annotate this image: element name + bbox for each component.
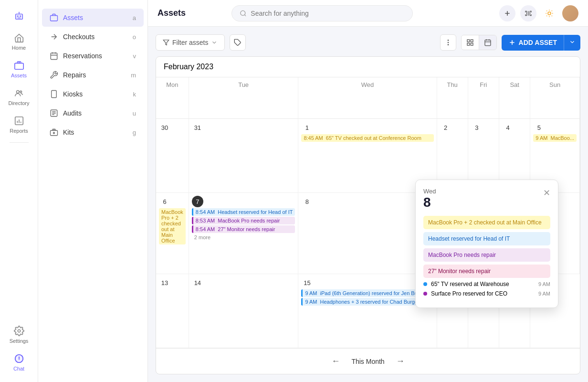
- robot-icon: [14, 11, 24, 21]
- popup-event-headset[interactable]: Headset reserved for Head of IT: [423, 232, 550, 245]
- day-num: 15: [301, 277, 313, 288]
- popup-dot-event-surface[interactable]: Surface Pro reserved for CEO 9 AM: [423, 290, 550, 297]
- calendar-view-button[interactable]: [479, 35, 496, 50]
- svg-point-23: [448, 42, 448, 42]
- calendar-header: February 2023: [156, 57, 580, 77]
- checkouts-icon: [50, 32, 58, 41]
- day-header-tue: Tue: [189, 77, 299, 119]
- more-events[interactable]: 2 more: [192, 234, 295, 241]
- nav-item-repairs[interactable]: Repairs m: [42, 66, 144, 84]
- more-icon: [444, 39, 452, 46]
- nav-item-kits[interactable]: Kits g: [42, 123, 144, 141]
- svg-point-2: [17, 16, 18, 17]
- popup-day-num: 8: [423, 195, 436, 210]
- add-asset-label: ADD ASSET: [519, 39, 557, 46]
- popup-event-text: 27" Monitor needs repair: [428, 268, 491, 275]
- add-asset-button[interactable]: ADD ASSET: [502, 35, 580, 51]
- nav-item-checkouts[interactable]: Checkouts o: [42, 28, 144, 46]
- cal-event-headset[interactable]: 8:54 AM Headset reserved for Head of IT: [192, 208, 295, 216]
- day-num: 4: [502, 122, 514, 133]
- day-num-today: 7: [192, 196, 203, 207]
- repairs-icon: [50, 71, 58, 79]
- cal-day-31[interactable]: 31: [189, 119, 299, 193]
- main-content: Assets: [148, 0, 588, 382]
- sidebar-item-settings[interactable]: Settings: [0, 321, 38, 349]
- next-month-button[interactable]: →: [392, 354, 409, 368]
- calendar-toolbar: Filter assets: [156, 34, 580, 51]
- grid-view-button[interactable]: [462, 35, 479, 50]
- cal-event-ipad[interactable]: 9 AM iPad (6th Generation) reserved for …: [301, 289, 433, 297]
- cal-event[interactable]: 8:45 AM 65" TV checked out at Conference…: [301, 134, 433, 142]
- nav-audits-label: Audits: [63, 109, 82, 117]
- cal-event-macbook-repair[interactable]: 8:53 AM MacBook Pro needs repair: [192, 217, 295, 224]
- cal-day-30[interactable]: 30: [156, 119, 189, 193]
- theme-button[interactable]: [541, 5, 557, 21]
- plus-icon: [504, 10, 511, 17]
- day-num: 5: [533, 122, 545, 133]
- popup-event-text: MacBook Pro + 2 checked out at Main Offi…: [428, 219, 542, 226]
- nav-item-assets[interactable]: Assets a: [42, 9, 144, 27]
- kits-icon: [50, 128, 58, 137]
- nav-assets-key: a: [133, 14, 136, 21]
- svg-point-9: [18, 329, 21, 332]
- cal-event-monitor-repair[interactable]: 8:54 AM 27" Monitor needs repair: [192, 225, 295, 233]
- add-asset-dropdown[interactable]: [564, 35, 580, 51]
- search-input[interactable]: [251, 10, 405, 17]
- cal-day-6[interactable]: 6 MacBook Pro + 2 checked out at Main Of…: [156, 193, 189, 274]
- search-bar[interactable]: [231, 5, 413, 21]
- filter-button[interactable]: Filter assets: [156, 34, 225, 51]
- svg-rect-12: [51, 16, 58, 21]
- sidebar-item-chat[interactable]: Chat: [0, 349, 38, 376]
- sidebar-item-assets[interactable]: Assets: [0, 55, 38, 83]
- cal-day-13[interactable]: 13: [156, 274, 189, 348]
- popup-event-macbook-repair[interactable]: MacBook Pro needs repair: [423, 248, 550, 262]
- cal-day-14[interactable]: 14: [189, 274, 299, 348]
- svg-rect-0: [15, 14, 22, 19]
- svg-point-3: [20, 16, 21, 17]
- nav-item-reservations[interactable]: Reservations v: [42, 47, 144, 65]
- day-num: 3: [471, 122, 483, 133]
- svg-rect-13: [51, 53, 57, 60]
- cal-event-checkout[interactable]: MacBook Pro + 2 checked out at Main Offi…: [159, 208, 186, 244]
- grid-icon: [466, 39, 474, 46]
- svg-point-4: [19, 12, 20, 13]
- cal-day-7[interactable]: 7 8:54 AM Headset reserved for Head of I…: [189, 193, 299, 274]
- purple-dot: [423, 292, 427, 296]
- svg-point-7: [20, 91, 21, 93]
- reports-icon: [14, 116, 24, 126]
- view-toggle: [461, 35, 497, 50]
- nav-item-audits[interactable]: Audits u: [42, 104, 144, 122]
- day-num: 1: [301, 122, 313, 133]
- topbar-actions: [499, 5, 578, 21]
- tags-icon: [234, 39, 242, 46]
- sidebar-item-home[interactable]: Home: [0, 28, 38, 55]
- svg-rect-27: [467, 43, 470, 45]
- sun-icon: [545, 9, 554, 18]
- prev-month-button[interactable]: ←: [327, 354, 344, 368]
- nav-assets-label: Assets: [63, 14, 83, 21]
- popup-dot-event-tv[interactable]: 65" TV reserved at Warehouse 9 AM: [423, 281, 550, 287]
- sidebar-item-directory[interactable]: Directory: [0, 83, 38, 111]
- day-detail-popup: Wed 8 ✕ MacBook Pro + 2 checked out at M…: [415, 180, 558, 308]
- barcode-button[interactable]: [520, 5, 536, 21]
- popup-event-checkout[interactable]: MacBook Pro + 2 checked out at Main Offi…: [423, 216, 550, 229]
- user-avatar[interactable]: [562, 5, 578, 21]
- popup-header: Wed 8 ✕: [423, 188, 550, 210]
- sidebar-item-reports[interactable]: Reports: [0, 111, 38, 138]
- popup-event-text: Headset reserved for Head of IT: [428, 235, 510, 242]
- this-month-label: This Month: [351, 358, 384, 365]
- day-header-sun: Sun: [530, 77, 580, 119]
- add-button[interactable]: [499, 5, 515, 21]
- chat-icon: [14, 353, 24, 364]
- more-options-button[interactable]: [440, 34, 456, 51]
- app-logo[interactable]: [0, 6, 38, 28]
- tags-button[interactable]: [230, 34, 246, 51]
- day-num: 31: [192, 122, 203, 133]
- popup-event-text: MacBook Pro needs repair: [428, 252, 496, 258]
- cal-event-headphones[interactable]: 9 AM Headphones + 3 reserved for Chad Bu…: [301, 298, 433, 306]
- popup-close-button[interactable]: ✕: [543, 188, 550, 198]
- cal-event[interactable]: 9 AM MacBoo...: [533, 134, 577, 142]
- nav-item-kiosks[interactable]: Kiosks k: [42, 85, 144, 103]
- day-num: 13: [159, 277, 170, 288]
- popup-event-monitor-repair[interactable]: 27" Monitor needs repair: [423, 265, 550, 278]
